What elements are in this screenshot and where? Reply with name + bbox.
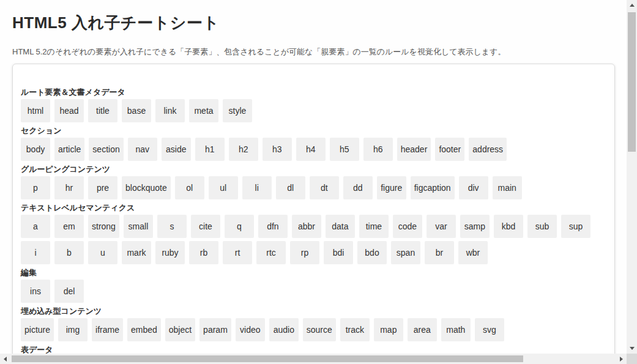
element-tag-button[interactable]: br	[425, 241, 454, 264]
vertical-scrollbar[interactable]	[627, 0, 637, 354]
element-tag-button[interactable]: video	[236, 318, 265, 341]
element-tag-button[interactable]: strong	[88, 215, 119, 238]
element-tag-button[interactable]: sup	[561, 215, 590, 238]
element-tag-button[interactable]: p	[21, 176, 50, 199]
element-tag-button[interactable]: time	[359, 215, 389, 238]
element-tag-button[interactable]: link	[155, 99, 185, 122]
element-tag-button[interactable]: style	[223, 99, 252, 122]
element-tag-button[interactable]: dfn	[258, 215, 288, 238]
element-tag-button[interactable]: section	[89, 138, 123, 161]
element-tag-button[interactable]: q	[225, 215, 254, 238]
element-tag-button[interactable]: mark	[122, 241, 151, 264]
element-tag-button[interactable]: header	[397, 138, 431, 161]
scroll-down-icon	[630, 347, 635, 350]
element-tag-button[interactable]: footer	[435, 138, 464, 161]
element-tag-button[interactable]: rtc	[256, 241, 286, 264]
scroll-right-icon	[620, 357, 623, 362]
element-tag-button[interactable]: figure	[377, 176, 406, 199]
vertical-scrollbar-thumb[interactable]	[628, 12, 636, 152]
element-tag-button[interactable]: h6	[363, 138, 393, 161]
element-tag-button[interactable]: li	[242, 176, 272, 199]
tag-list: a em strong small s cite q dfn abbr data…	[21, 215, 606, 264]
element-tag-button[interactable]: aside	[162, 138, 191, 161]
element-tag-button[interactable]: object	[165, 318, 195, 341]
element-tag-button[interactable]: iframe	[92, 318, 123, 341]
element-tag-button[interactable]: main	[493, 176, 522, 199]
scroll-right-button[interactable]	[616, 354, 627, 364]
element-tag-button[interactable]: div	[459, 176, 488, 199]
element-category-section: グルーピングコンテンツ p hr pre blockquote ol ul li…	[21, 165, 606, 199]
scrollbar-corner	[627, 354, 637, 364]
element-tag-button[interactable]: title	[88, 99, 117, 122]
element-tag-button[interactable]: dt	[310, 176, 339, 199]
element-tag-button[interactable]: ruby	[155, 241, 185, 264]
element-tag-button[interactable]: embed	[127, 318, 161, 341]
element-tag-button[interactable]: base	[122, 99, 151, 122]
element-tag-button[interactable]: del	[54, 280, 84, 303]
element-tag-button[interactable]: i	[21, 241, 50, 264]
element-tag-button[interactable]: pre	[88, 176, 117, 199]
horizontal-scrollbar[interactable]	[0, 354, 627, 364]
element-tag-button[interactable]: track	[340, 318, 370, 341]
element-tag-button[interactable]: data	[326, 215, 355, 238]
element-tag-button[interactable]: img	[58, 318, 88, 341]
element-tag-button[interactable]: b	[54, 241, 84, 264]
element-tag-button[interactable]: map	[374, 318, 403, 341]
element-tag-button[interactable]: hr	[54, 176, 84, 199]
element-tag-button[interactable]: area	[408, 318, 437, 341]
element-tag-button[interactable]: article	[54, 138, 84, 161]
element-tag-button[interactable]: rb	[189, 241, 218, 264]
element-tag-button[interactable]: figcaption	[411, 176, 455, 199]
scroll-up-icon	[630, 4, 635, 7]
element-tag-button[interactable]: blockquote	[122, 176, 171, 199]
element-category-section: ルート要素＆文書メタデータ html head title base link …	[21, 87, 606, 122]
element-tag-button[interactable]: wbr	[458, 241, 488, 264]
element-tag-button[interactable]: cite	[191, 215, 220, 238]
element-tag-button[interactable]: ul	[209, 176, 238, 199]
element-tag-button[interactable]: h5	[330, 138, 359, 161]
element-tag-button[interactable]: html	[21, 99, 50, 122]
horizontal-scrollbar-thumb[interactable]	[12, 355, 523, 362]
element-tag-button[interactable]: sub	[527, 215, 557, 238]
element-tag-button[interactable]: h4	[296, 138, 326, 161]
element-tag-button[interactable]: samp	[460, 215, 490, 238]
element-tag-button[interactable]: h3	[263, 138, 292, 161]
element-tag-button[interactable]: dl	[276, 176, 305, 199]
element-tag-button[interactable]: bdi	[324, 241, 353, 264]
element-tag-button[interactable]: param	[199, 318, 231, 341]
element-tag-button[interactable]: nav	[128, 138, 157, 161]
element-tag-button[interactable]: code	[393, 215, 422, 238]
element-tag-button[interactable]: small	[124, 215, 153, 238]
element-tag-button[interactable]: em	[54, 215, 84, 238]
element-tag-button[interactable]: rt	[223, 241, 252, 264]
element-tag-button[interactable]: h2	[229, 138, 258, 161]
element-tag-button[interactable]: var	[427, 215, 456, 238]
scroll-down-button[interactable]	[627, 343, 637, 354]
element-tag-button[interactable]: ol	[175, 176, 204, 199]
element-tag-button[interactable]: kbd	[494, 215, 523, 238]
element-tag-button[interactable]: audio	[269, 318, 299, 341]
scroll-left-button[interactable]	[0, 354, 10, 364]
element-tag-button[interactable]: svg	[475, 318, 504, 341]
element-tag-button[interactable]: h1	[195, 138, 225, 161]
element-tag-button[interactable]: head	[54, 99, 84, 122]
element-tag-button[interactable]: body	[21, 138, 50, 161]
scroll-up-button[interactable]	[627, 0, 637, 10]
element-tag-button[interactable]: bdo	[357, 241, 387, 264]
element-tag-button[interactable]: span	[391, 241, 420, 264]
element-tag-button[interactable]: source	[303, 318, 336, 341]
element-tag-button[interactable]: dd	[343, 176, 373, 199]
category-label: テキストレベルセマンティクス	[21, 203, 606, 212]
element-tag-button[interactable]: math	[441, 318, 471, 341]
element-tag-button[interactable]: s	[157, 215, 187, 238]
element-tag-button[interactable]: a	[21, 215, 50, 238]
element-tag-button[interactable]: address	[469, 138, 507, 161]
cheatsheet-panel: ルート要素＆文書メタデータ html head title base link …	[12, 64, 615, 354]
element-tag-button[interactable]: ins	[21, 280, 50, 303]
element-tag-button[interactable]: rp	[290, 241, 319, 264]
element-tag-button[interactable]: abbr	[292, 215, 321, 238]
element-category-section: テキストレベルセマンティクス a em strong small s cite …	[21, 203, 606, 264]
element-tag-button[interactable]: u	[88, 241, 117, 264]
element-tag-button[interactable]: picture	[21, 318, 54, 341]
element-tag-button[interactable]: meta	[189, 99, 218, 122]
